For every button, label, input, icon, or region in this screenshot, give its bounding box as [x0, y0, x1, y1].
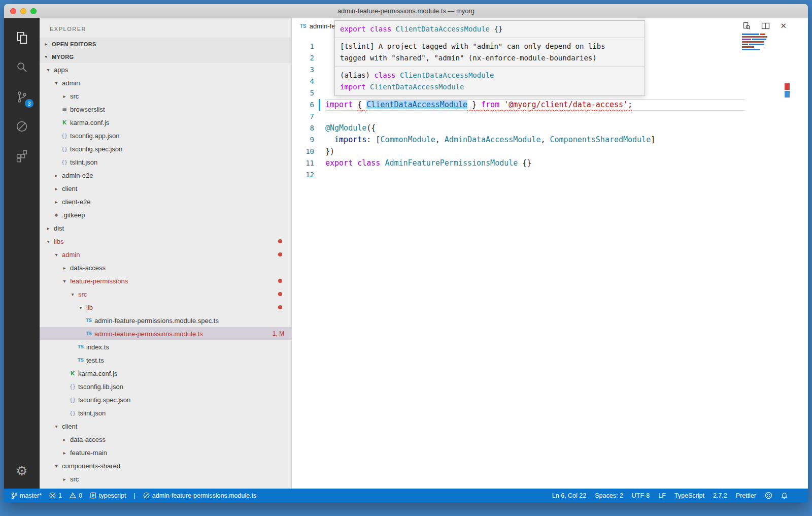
tree-item-label: karma.conf.js: [70, 119, 109, 126]
tree-item-components-shared[interactable]: ▾components-shared: [40, 459, 291, 472]
activity-item-search[interactable]: [4, 53, 40, 82]
tree-item-label: client: [62, 423, 77, 430]
minimap[interactable]: [742, 34, 777, 51]
split-editor-icon[interactable]: [761, 22, 770, 30]
close-window-button[interactable]: [10, 8, 16, 14]
tree-item-label: tsconfig.spec.json: [70, 145, 122, 153]
chevron-right-icon: ▸: [61, 476, 68, 482]
tree-item-dist[interactable]: ▸dist: [40, 221, 291, 235]
tree-item-src[interactable]: ▾src: [40, 287, 291, 301]
language-mode[interactable]: TypeScript: [674, 492, 704, 499]
titlebar: admin-feature-permissions.module.ts — my…: [4, 4, 808, 18]
tree-item-client[interactable]: ▸client: [40, 182, 291, 195]
minimize-window-button[interactable]: [20, 8, 26, 14]
tree-item-feature-permissions[interactable]: ▾feature-permissions: [40, 274, 291, 287]
encoding[interactable]: UTF-8: [632, 492, 650, 499]
code-line-11[interactable]: 11export class AdminFeaturePermissionsMo…: [292, 157, 808, 169]
open-editors-header[interactable]: ▸ OPEN EDITORS: [40, 38, 291, 50]
feedback[interactable]: [765, 492, 772, 499]
activity-item-source-control[interactable]: 3: [4, 82, 40, 112]
tree-item-tslint.json[interactable]: {}tslint.json: [40, 406, 291, 420]
tree-item-libs[interactable]: ▾libs: [40, 235, 291, 248]
code-line-7[interactable]: 7: [292, 111, 808, 122]
karma-file-icon: K: [61, 119, 68, 126]
activity-item-extensions[interactable]: [4, 141, 40, 171]
tree-item-label: lib: [86, 304, 93, 311]
code-line-9[interactable]: 9 imports: [CommonModule, AdminDataAcces…: [292, 134, 808, 146]
tree-item-admin[interactable]: ▾admin: [40, 76, 291, 89]
tree-item-label: feature-main: [70, 449, 107, 457]
tree-item-karma.conf.js[interactable]: Kkarma.conf.js: [40, 116, 291, 129]
zoom-window-button[interactable]: [30, 8, 37, 14]
code-token: CommonModule: [380, 135, 435, 144]
close-editor-icon[interactable]: ✕: [780, 21, 787, 30]
tree-item-tsconfig.app.json[interactable]: {}tsconfig.app.json: [40, 129, 291, 142]
tree-item-tsconfig.spec.json[interactable]: {}tsconfig.spec.json: [40, 142, 291, 155]
tree-item-label: admin-feature-permissions.module.spec.ts: [94, 317, 219, 325]
typescript-version[interactable]: 2.7.2: [713, 492, 727, 499]
chevron-down-icon: ▾: [43, 54, 50, 59]
status-item-label: 2.7.2: [713, 492, 727, 499]
code-token: }: [467, 100, 481, 109]
code-token: import: [340, 83, 370, 91]
warning-count[interactable]: 0: [70, 492, 82, 499]
chevron-down-icon: ▾: [53, 463, 60, 469]
error-marker: [785, 83, 790, 90]
eol-sequence[interactable]: LF: [658, 492, 666, 499]
tree-item-label: tslint.json: [70, 158, 97, 166]
activity-item-debug[interactable]: [4, 112, 40, 141]
chevron-right-icon: ▸: [61, 450, 68, 456]
tree-item-admin-e2e[interactable]: ▸admin-e2e: [40, 169, 291, 182]
prettier-status[interactable]: Prettier: [736, 492, 756, 499]
code-token: ClientDataAccessModule: [396, 25, 494, 33]
tree-item-lib[interactable]: ▾lib: [40, 301, 291, 314]
code-line-10[interactable]: 10}): [292, 146, 808, 157]
code-token: }): [325, 147, 334, 156]
settings-gear-icon[interactable]: ⚙: [4, 457, 40, 485]
tree-item-test.ts[interactable]: TStest.ts: [40, 353, 291, 367]
tree-item-.gitkeep[interactable]: ◆.gitkeep: [40, 208, 291, 221]
line-number: 10: [292, 146, 314, 157]
tree-item-admin[interactable]: ▾admin: [40, 248, 291, 261]
cursor-position[interactable]: Ln 6, Col 22: [552, 492, 586, 499]
tree-item-src[interactable]: ▸src: [40, 472, 291, 486]
root-folder-header[interactable]: ▾ MYORG: [40, 50, 291, 63]
open-changes-icon[interactable]: [742, 22, 751, 30]
tree-item-browserslist[interactable]: ≡browserslist: [40, 103, 291, 116]
tree-item-apps[interactable]: ▾apps: [40, 63, 291, 76]
error-dot: [278, 279, 282, 283]
tree-item-data-access[interactable]: ▸data-access: [40, 261, 291, 274]
tree-item-data-access[interactable]: ▸data-access: [40, 433, 291, 446]
modified-marker: [785, 91, 790, 98]
tree-item-admin-feature-permissions.module.ts[interactable]: TSadmin-feature-permissions.module.ts1, …: [40, 327, 291, 340]
tree-item-feature-main[interactable]: ▸feature-main: [40, 446, 291, 459]
tree-item-client-e2e[interactable]: ▸client-e2e: [40, 195, 291, 208]
code-token: {}: [494, 25, 502, 33]
active-file-status[interactable]: admin-feature-permissions.module.ts: [143, 492, 257, 499]
tree-item-index.ts[interactable]: TSindex.ts: [40, 340, 291, 353]
karma-file-icon: K: [69, 370, 76, 377]
status-bar: master*10typescript|admin-feature-permis…: [4, 489, 808, 502]
error-count[interactable]: 1: [49, 492, 62, 499]
notifications[interactable]: [781, 492, 788, 499]
status-item-label: Ln 6, Col 22: [552, 492, 586, 499]
tree-item-admin-feature-permissions.module.spec.ts[interactable]: TSadmin-feature-permissions.module.spec.…: [40, 314, 291, 327]
indentation[interactable]: Spaces: 2: [595, 492, 623, 499]
tree-item-tsconfig.lib.json[interactable]: {}tsconfig.lib.json: [40, 380, 291, 393]
code-line-8[interactable]: 8@NgModule({: [292, 122, 808, 134]
tree-item-src[interactable]: ▸src: [40, 89, 291, 103]
git-branch-status[interactable]: master*: [11, 492, 42, 499]
chevron-right-icon: ▸: [45, 225, 52, 231]
tree-item-tslint.json[interactable]: {}tslint.json: [40, 155, 291, 169]
tree-item-karma.conf.js[interactable]: Kkarma.conf.js: [40, 367, 291, 380]
activity-item-explorer[interactable]: [4, 23, 40, 53]
tslint-language-status[interactable]: typescript: [90, 492, 126, 499]
tree-item-label: feature-permissions: [70, 277, 128, 285]
tree-item-tsconfig.spec.json[interactable]: {}tsconfig.spec.json: [40, 393, 291, 406]
code-line-6[interactable]: 6import { ClientDataAccessModule } from …: [292, 99, 808, 111]
extensions-icon: [15, 149, 29, 163]
code-line-12[interactable]: 12: [292, 169, 808, 181]
tree-item-client[interactable]: ▾client: [40, 420, 291, 433]
line-number: 9: [292, 134, 314, 146]
symbol-link[interactable]: ClientDataAccessModule: [366, 100, 467, 109]
